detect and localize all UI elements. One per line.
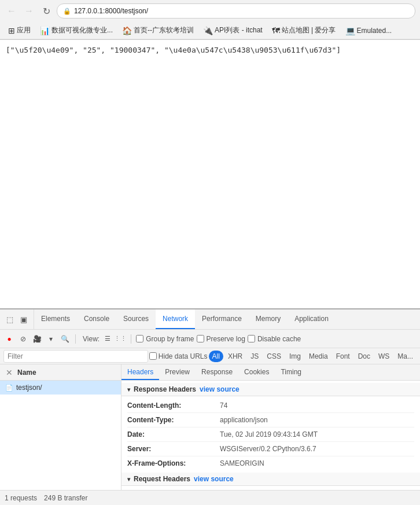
stop-recording-button[interactable]: ⊘ bbox=[17, 333, 29, 345]
disable-cache-label[interactable]: Disable cache bbox=[248, 335, 301, 343]
type-font-button[interactable]: Font bbox=[333, 351, 353, 362]
type-css-button[interactable]: CSS bbox=[263, 351, 285, 362]
date-key: Date: bbox=[127, 429, 220, 440]
header-date: Date: Tue, 02 Jul 2019 09:43:14 GMT bbox=[127, 427, 414, 442]
network-status-bar: 1 requests 249 B transfer bbox=[0, 490, 420, 505]
list-view-button[interactable]: ☰ bbox=[102, 333, 113, 345]
detail-tab-preview[interactable]: Preview bbox=[159, 364, 196, 380]
type-media-button[interactable]: Media bbox=[305, 351, 331, 362]
separator-1 bbox=[75, 334, 76, 344]
bookmark-emulated[interactable]: 💻 Emulated... bbox=[342, 25, 396, 36]
request-view-source-link[interactable]: view source bbox=[194, 475, 234, 483]
header-server: Server: WSGIServer/0.2 CPython/3.6.7 bbox=[127, 442, 414, 456]
content-length-value: 74 bbox=[220, 400, 227, 411]
separator-2 bbox=[131, 334, 131, 344]
browser-chrome: ← → ↻ 🔒 127.0.0.1:8000/testjson/ ⊞ 应用 📊 … bbox=[0, 0, 420, 40]
tab-sources[interactable]: Sources bbox=[116, 309, 156, 329]
xframe-value: SAMEORIGIN bbox=[220, 458, 264, 469]
network-content-area: ✕ Name 📄 testjson/ Headers Preview Respo… bbox=[0, 364, 420, 490]
filter-button[interactable]: ▾ bbox=[45, 333, 57, 345]
page-content-area: ["\u5f20\u4e09", "25", "19000347", "\u4e… bbox=[0, 40, 420, 309]
bookmark-homepage-label: 首页--广东软考培训 bbox=[134, 25, 194, 35]
view-label: View: bbox=[83, 335, 100, 343]
sitemap-icon: 🗺 bbox=[272, 26, 280, 35]
request-item-testjson[interactable]: 📄 testjson/ bbox=[0, 381, 121, 395]
bookmark-emulated-label: Emulated... bbox=[357, 27, 392, 35]
homepage-icon: 🏠 bbox=[122, 26, 132, 35]
filter-input[interactable] bbox=[3, 350, 148, 363]
response-headers-list: Content-Length: 74 Content-Type: applica… bbox=[121, 396, 420, 473]
tree-view-button[interactable]: ⋮⋮ bbox=[115, 333, 126, 345]
bookmark-data-vis-label: 数据可视化微专业... bbox=[51, 25, 113, 35]
type-doc-button[interactable]: Doc bbox=[355, 351, 374, 362]
bookmark-homepage[interactable]: 🏠 首页--广东软考培训 bbox=[119, 24, 197, 36]
type-xhr-button[interactable]: XHR bbox=[224, 351, 246, 362]
bookmark-apps[interactable]: ⊞ 应用 bbox=[5, 24, 34, 36]
response-view-source-link[interactable]: view source bbox=[200, 385, 240, 393]
request-list-pane: ✕ Name 📄 testjson/ bbox=[0, 364, 121, 490]
bookmark-sitemap[interactable]: 🗺 站点地图 | 爱分享 bbox=[268, 24, 340, 36]
tab-memory[interactable]: Memory bbox=[249, 309, 288, 329]
detail-tab-headers[interactable]: Headers bbox=[121, 364, 159, 380]
network-filter-toolbar: ● ⊘ 🎥 ▾ 🔍 View: ☰ ⋮⋮ Group by frame Pres… bbox=[0, 330, 420, 348]
type-all-button[interactable]: All bbox=[209, 351, 223, 362]
tab-application[interactable]: Application bbox=[288, 309, 336, 329]
response-headers-title: Response Headers bbox=[134, 385, 196, 393]
tab-performance[interactable]: Performance bbox=[195, 309, 249, 329]
apps-icon: ⊞ bbox=[8, 26, 15, 35]
type-img-button[interactable]: Img bbox=[286, 351, 304, 362]
tab-network[interactable]: Network bbox=[156, 309, 195, 329]
bookmark-api-label: API列表 - itchat bbox=[215, 25, 263, 35]
address-bar[interactable]: 🔒 127.0.0.1:8000/testjson/ bbox=[57, 3, 415, 19]
bookmark-data-vis[interactable]: 📊 数据可视化微专业... bbox=[36, 24, 116, 36]
hide-data-urls-label[interactable]: Hide data URLs bbox=[149, 352, 208, 360]
type-ws-button[interactable]: WS bbox=[375, 351, 393, 362]
view-icons: ☰ ⋮⋮ bbox=[102, 333, 126, 345]
devtools-panel: ⬚ ▣ Elements Console Sources Network Per… bbox=[0, 308, 420, 505]
tab-elements[interactable]: Elements bbox=[34, 309, 77, 329]
group-by-frame-label[interactable]: Group by frame bbox=[136, 335, 194, 343]
response-headers-section[interactable]: ▾ Response Headers view source bbox=[121, 383, 420, 396]
lock-icon: 🔒 bbox=[63, 8, 71, 15]
request-headers-section[interactable]: ▾ Request Headers view source bbox=[121, 473, 420, 486]
page-json-content: ["\u5f20\u4e09", "25", "19000347", "\u4e… bbox=[6, 46, 341, 54]
bookmark-api[interactable]: 🔌 API列表 - itchat bbox=[200, 24, 266, 36]
screenshot-button[interactable]: 🎥 bbox=[31, 333, 43, 345]
nav-bar: ← → ↻ 🔒 127.0.0.1:8000/testjson/ bbox=[0, 0, 420, 22]
transfer-size: 249 B transfer bbox=[44, 494, 87, 502]
close-detail-button[interactable]: ✕ bbox=[5, 368, 14, 377]
header-xframe: X-Frame-Options: SAMEORIGIN bbox=[127, 456, 414, 470]
content-type-key: Content-Type: bbox=[127, 415, 220, 425]
detail-tab-response[interactable]: Response bbox=[196, 364, 238, 380]
request-list-header: ✕ Name bbox=[0, 364, 121, 381]
hide-data-urls-checkbox[interactable] bbox=[149, 352, 157, 360]
detail-content: ▾ Response Headers view source Content-L… bbox=[121, 381, 420, 490]
device-toggle-button[interactable]: ▣ bbox=[17, 313, 30, 326]
request-headers-list: Accept: text/html,application/xhtml+xml,… bbox=[121, 486, 420, 490]
preserve-log-label[interactable]: Preserve log bbox=[197, 335, 245, 343]
xframe-key: X-Frame-Options: bbox=[127, 458, 220, 469]
tab-console[interactable]: Console bbox=[77, 309, 116, 329]
disable-cache-checkbox[interactable] bbox=[248, 335, 255, 342]
detail-tab-cookies[interactable]: Cookies bbox=[238, 364, 275, 380]
detail-tab-timing[interactable]: Timing bbox=[275, 364, 307, 380]
preserve-log-checkbox[interactable] bbox=[197, 335, 204, 342]
reload-button[interactable]: ↻ bbox=[39, 4, 53, 18]
request-headers-triangle: ▾ bbox=[127, 476, 130, 482]
record-button[interactable]: ● bbox=[3, 333, 15, 345]
detail-pane: Headers Preview Response Cookies Timing bbox=[121, 364, 420, 490]
bookmarks-bar: ⊞ 应用 📊 数据可视化微专业... 🏠 首页--广东软考培训 🔌 API列表 … bbox=[0, 22, 420, 39]
data-vis-icon: 📊 bbox=[40, 26, 50, 35]
back-button[interactable]: ← bbox=[5, 4, 19, 18]
bookmark-sitemap-label: 站点地图 | 爱分享 bbox=[282, 25, 336, 35]
requests-count: 1 requests bbox=[5, 494, 37, 502]
type-manifest-button[interactable]: Ma... bbox=[394, 351, 417, 362]
address-text: 127.0.0.1:8000/testjson/ bbox=[74, 7, 148, 15]
type-js-button[interactable]: JS bbox=[247, 351, 262, 362]
bookmark-apps-label: 应用 bbox=[17, 25, 31, 35]
inspect-button[interactable]: ⬚ bbox=[3, 313, 16, 326]
type-filter-bar: Hide data URLs All XHR JS CSS Img Media … bbox=[0, 348, 420, 364]
search-button[interactable]: 🔍 bbox=[59, 333, 71, 345]
group-by-frame-checkbox[interactable] bbox=[136, 335, 143, 342]
forward-button[interactable]: → bbox=[22, 4, 36, 18]
